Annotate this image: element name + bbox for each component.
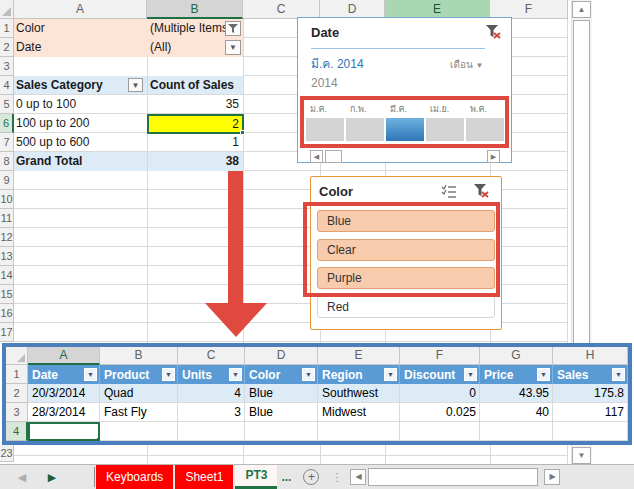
row-header-11[interactable]: 11 (0, 209, 14, 228)
inset-column-header-g[interactable]: G (480, 347, 553, 365)
row-header-13[interactable]: 13 (0, 247, 14, 266)
row-header-16[interactable]: 16 (0, 304, 14, 323)
grand-total-value[interactable]: 38 (147, 152, 243, 171)
timeline-clear-filter-icon[interactable] (483, 23, 503, 41)
empty-cell[interactable] (400, 422, 480, 441)
slicer-multiselect-icon[interactable] (439, 182, 459, 200)
row-header-2[interactable]: 2 (0, 38, 14, 57)
cell-color[interactable]: Blue (245, 384, 318, 403)
empty-cell[interactable] (245, 422, 318, 441)
row-header-10[interactable]: 10 (0, 190, 14, 209)
row-header-8[interactable]: 8 (0, 152, 14, 171)
timeline-period-dropdown[interactable]: เดือน ▼ (450, 57, 483, 72)
fill-handle[interactable] (96, 437, 100, 441)
slicer-clear-filter-icon[interactable] (471, 182, 491, 200)
cell-region[interactable]: Midwest (318, 403, 400, 422)
empty-cell[interactable] (100, 422, 178, 441)
table-header-price[interactable]: Price▼ (480, 365, 553, 384)
tab-sheet1[interactable]: Sheet1 (175, 465, 233, 489)
hscroll-right-button[interactable]: ▶ (544, 469, 560, 485)
cell-region[interactable]: Southwest (318, 384, 400, 403)
cell-date[interactable]: 28/3/2014 (28, 403, 100, 422)
pivot-value-field[interactable]: Count of Sales (147, 76, 243, 95)
row-header-17[interactable]: 17 (0, 323, 14, 342)
table-header-discount[interactable]: Discount▼ (400, 365, 480, 384)
cell-price[interactable]: 43.95 (480, 384, 553, 403)
pivot-field-dropdown-icon[interactable]: ▼ (128, 78, 143, 92)
column-header-b[interactable]: B (147, 0, 243, 19)
tab-pt3-active[interactable]: PT3 (235, 465, 277, 489)
column-header-a[interactable]: A (14, 0, 147, 19)
row-header-3[interactable]: 3 (0, 57, 14, 76)
table-header-color[interactable]: Color▼ (245, 365, 318, 384)
inset-column-header-a[interactable]: A (28, 347, 100, 365)
table-header-product[interactable]: Product▼ (100, 365, 178, 384)
pivot-category-cell[interactable]: 100 up to 200 (14, 114, 147, 133)
filter-dropdown-icon[interactable]: ▼ (384, 368, 397, 381)
more-sheets-ellipsis[interactable]: ... (277, 470, 295, 484)
slicer-item-red[interactable]: Red (317, 296, 495, 318)
timeline-scrollbar-thumb[interactable] (325, 150, 342, 163)
cell-units[interactable]: 4 (178, 384, 245, 403)
inset-row-header-4[interactable]: 4 (6, 422, 28, 441)
cell-sales[interactable]: 175.8 (553, 384, 628, 403)
pivot-category-cell[interactable]: 0 up to 100 (14, 95, 147, 114)
cell-date[interactable]: 20/3/2014 (28, 384, 100, 403)
inset-row-header-2[interactable]: 2 (6, 384, 28, 403)
tab-keyboards[interactable]: Keyboards (96, 465, 173, 489)
filter-dropdown-icon[interactable]: ▼ (302, 368, 315, 381)
inset-column-header-h[interactable]: H (553, 347, 628, 365)
filter-dropdown-icon[interactable]: ▼ (84, 368, 97, 381)
empty-cell[interactable] (318, 422, 400, 441)
fill-handle[interactable] (240, 130, 245, 135)
cell-color[interactable]: Blue (245, 403, 318, 422)
filter-dropdown-icon[interactable]: ▼ (229, 368, 242, 381)
pivot-count-cell[interactable]: 35 (147, 95, 243, 114)
row-header-6[interactable]: 6 (0, 114, 14, 133)
inset-column-header-b[interactable]: B (100, 347, 178, 365)
row-header-14[interactable]: 14 (0, 266, 14, 285)
timeline-scroll-right-button[interactable]: ▶ (487, 150, 500, 163)
inset-row-header-3[interactable]: 3 (6, 403, 28, 422)
new-sheet-icon[interactable]: + (303, 469, 319, 485)
filter-dropdown-icon[interactable]: ▼ (612, 368, 625, 381)
table-header-units[interactable]: Units▼ (178, 365, 245, 384)
pivot-filter-label[interactable]: Date (14, 38, 147, 57)
table-header-region[interactable]: Region▼ (318, 365, 400, 384)
row-header-12[interactable]: 12 (0, 228, 14, 247)
pivot-category-cell[interactable]: 500 up to 600 (14, 133, 147, 152)
hscroll-left-button[interactable]: ◀ (350, 469, 366, 485)
hscroll-thumb[interactable] (368, 468, 538, 486)
grand-total-label[interactable]: Grand Total (14, 152, 147, 171)
tab-scroll-right-icon[interactable]: ▶ (42, 465, 62, 489)
empty-cell[interactable] (553, 422, 628, 441)
tab-scroll-left-icon[interactable]: ◀ (12, 465, 32, 489)
inset-column-header-d[interactable]: D (245, 347, 318, 365)
filter-applied-icon[interactable] (225, 21, 241, 36)
timeline-scroll-left-button[interactable]: ◀ (310, 150, 323, 163)
filter-dropdown-icon[interactable]: ▼ (537, 368, 550, 381)
empty-cell[interactable] (178, 422, 245, 441)
pivot-filter-label[interactable]: Color (14, 19, 147, 38)
cell-product[interactable]: Quad (100, 384, 178, 403)
row-header-15[interactable]: 15 (0, 285, 14, 304)
row-header-23[interactable]: 23 (0, 445, 14, 462)
cell-price[interactable]: 40 (480, 403, 553, 422)
filter-dropdown-icon[interactable]: ▼ (464, 368, 477, 381)
active-cell-a4[interactable] (28, 422, 100, 441)
scroll-down-button[interactable]: ▼ (572, 447, 591, 464)
active-cell-b6[interactable]: 2 (147, 114, 244, 134)
row-header-5[interactable]: 5 (0, 95, 14, 114)
cell-discount[interactable]: 0 (400, 384, 480, 403)
tabbar-resize-grip-icon[interactable]: ⋮ (331, 471, 342, 484)
table-header-sales[interactable]: Sales▼ (553, 365, 628, 384)
cell-product[interactable]: Fast Fly (100, 403, 178, 422)
row-header-9[interactable]: 9 (0, 171, 14, 190)
cell-sales[interactable]: 117 (553, 403, 628, 422)
inset-column-header-e[interactable]: E (318, 347, 400, 365)
cell-discount[interactable]: 0.025 (400, 403, 480, 422)
filter-dropdown-icon[interactable]: ▼ (162, 368, 175, 381)
inset-column-header-c[interactable]: C (178, 347, 245, 365)
inset-select-all-corner[interactable] (6, 347, 28, 365)
row-header-7[interactable]: 7 (0, 133, 14, 152)
